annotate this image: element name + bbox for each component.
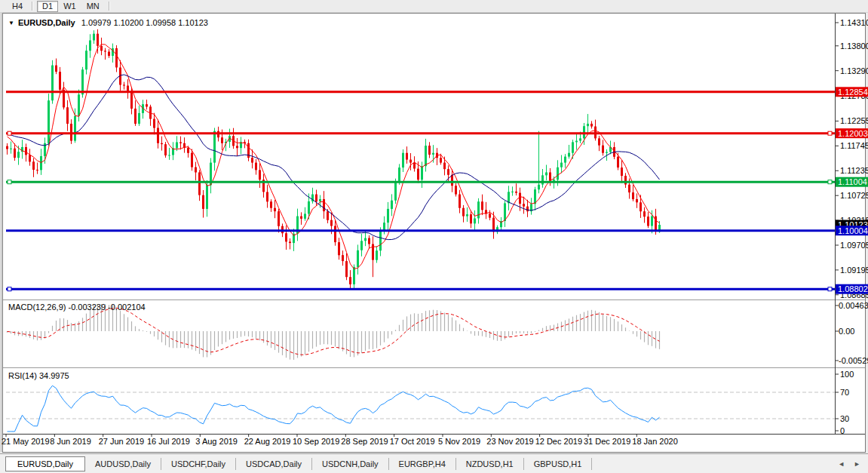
svg-text:1.13800: 1.13800 (840, 41, 868, 51)
svg-text:8 Jun 2019: 8 Jun 2019 (50, 437, 90, 446)
svg-text:31 Dec 2019: 31 Dec 2019 (584, 437, 630, 446)
svg-text:100: 100 (840, 370, 854, 379)
svg-text:21 May 2019: 21 May 2019 (2, 437, 50, 446)
svg-text:0: 0 (840, 426, 845, 435)
chart-tab-EURUSD-Daily[interactable]: EURUSD,Daily (5, 456, 85, 471)
hline-handle[interactable] (828, 180, 832, 184)
hline-handle[interactable] (8, 287, 11, 291)
timeframe-toolbar: H4D1W1MN (0, 0, 868, 13)
hline-handle[interactable] (828, 131, 832, 135)
hline-handle[interactable] (8, 131, 11, 135)
svg-text:1.11235: 1.11235 (840, 166, 868, 175)
svg-text:17 Oct 2019: 17 Oct 2019 (390, 437, 435, 446)
svg-text:1.13290: 1.13290 (840, 66, 868, 75)
chart-title-symbol: EURUSD,Daily (18, 18, 75, 27)
chart-title: ▼ EURUSD,Daily 1.09979 1.10200 1.09958 1… (8, 18, 208, 27)
symbol-dropdown-icon[interactable]: ▼ (8, 20, 14, 26)
svg-text:1.14310: 1.14310 (840, 18, 868, 27)
svg-text:10 Sep 2019: 10 Sep 2019 (293, 437, 339, 446)
svg-text:22 Aug 2019: 22 Aug 2019 (244, 437, 291, 446)
svg-text:1.11745: 1.11745 (840, 141, 868, 150)
chart-tab-AUDUSD-Daily[interactable]: AUDUSD,Daily (85, 458, 161, 470)
svg-text:1.11004: 1.11004 (838, 177, 867, 186)
svg-text:0.00463: 0.00463 (839, 301, 868, 310)
svg-text:1.09705: 1.09705 (840, 241, 868, 250)
price-chart: 1.143101.138001.132901.127801.122551.117… (0, 0, 868, 473)
svg-text:1.09195: 1.09195 (840, 266, 868, 275)
chart-title-ohlc: 1.09979 1.10200 1.09958 1.10123 (81, 18, 208, 27)
svg-text:1.08802: 1.08802 (838, 284, 868, 293)
rsi-label: RSI(14) 34.9975 (8, 371, 69, 380)
svg-text:1.12003: 1.12003 (838, 129, 868, 138)
svg-text:27 Jun 2019: 27 Jun 2019 (99, 437, 145, 446)
svg-text:23 Nov 2019: 23 Nov 2019 (486, 437, 533, 446)
timeframe-button-MN[interactable]: MN (81, 1, 105, 12)
svg-text:18 Jan 2020: 18 Jan 2020 (632, 437, 678, 446)
chart-tab-GBPUSD-H1[interactable]: GBPUSD,H1 (524, 458, 593, 470)
timeframe-button-W1[interactable]: W1 (58, 1, 81, 12)
timeframe-button-H4[interactable]: H4 (7, 1, 28, 12)
svg-text:1.10725: 1.10725 (840, 191, 868, 200)
toolbar-separator (109, 2, 110, 11)
svg-text:1.12255: 1.12255 (840, 116, 868, 125)
chart-tab-NZDUSD-H1[interactable]: NZDUSD,H1 (456, 458, 524, 470)
svg-text:5 Nov 2019: 5 Nov 2019 (438, 437, 480, 446)
svg-text:0.00: 0.00 (839, 327, 854, 336)
chart-window-frame (3, 14, 866, 453)
toolbar-separator (32, 2, 33, 11)
svg-text:16 Jul 2019: 16 Jul 2019 (147, 437, 190, 446)
tab-scroll-left-button[interactable]: ◄ (838, 460, 845, 468)
hline-handle[interactable] (828, 287, 832, 291)
macd-label: MACD(12,26,9) -0.003239 -0.002104 (8, 303, 146, 312)
tab-scroll-right-button[interactable]: ► (854, 460, 860, 468)
svg-text:30: 30 (840, 414, 849, 423)
chart-tab-USDCNH-Daily[interactable]: USDCNH,Daily (312, 458, 389, 470)
svg-text:1.10004: 1.10004 (838, 226, 868, 235)
chart-tab-USDCAD-Daily[interactable]: USDCAD,Daily (236, 458, 312, 470)
svg-text:3 Aug 2019: 3 Aug 2019 (195, 437, 238, 446)
chart-tab-bar: EURUSD,DailyAUDUSD,DailyUSDCHF,DailyUSDC… (0, 453, 868, 473)
svg-text:1.12854: 1.12854 (838, 88, 868, 97)
tab-scroll-nav: ◄ ► (838, 460, 860, 468)
timeframe-button-D1[interactable]: D1 (37, 1, 58, 12)
svg-text:28 Sep 2019: 28 Sep 2019 (341, 437, 388, 446)
chart-tab-USDCHF-Daily[interactable]: USDCHF,Daily (161, 458, 236, 470)
hline-handle[interactable] (8, 180, 11, 184)
svg-text:12 Dec 2019: 12 Dec 2019 (535, 437, 582, 446)
chart-tab-EURGBP-H4[interactable]: EURGBP,H4 (389, 458, 456, 470)
svg-text:-0.005299: -0.005299 (839, 356, 868, 365)
svg-text:70: 70 (840, 388, 849, 397)
